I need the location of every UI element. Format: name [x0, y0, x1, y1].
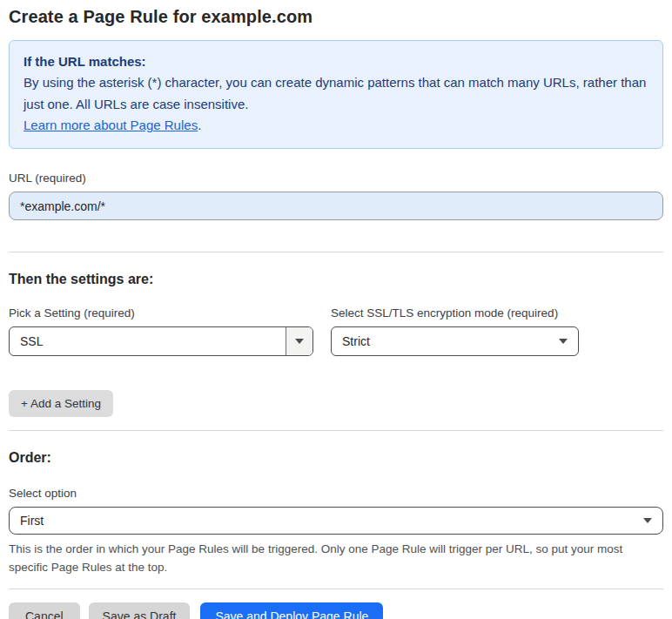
url-match-info-box: If the URL matches: By using the asteris…: [9, 40, 663, 149]
create-page-rule-form: Create a Page Rule for example.com If th…: [0, 0, 672, 619]
add-setting-button[interactable]: + Add a Setting: [9, 390, 113, 417]
pick-setting-selected-value: SSL: [10, 334, 286, 348]
save-and-deploy-button[interactable]: Save and Deploy Page Rule: [200, 602, 383, 619]
footer-actions: Cancel Save as Draft Save and Deploy Pag…: [9, 602, 663, 619]
order-helper-text: This is the order in which your Page Rul…: [9, 541, 663, 577]
pick-setting-select[interactable]: SSL: [9, 326, 313, 356]
url-input[interactable]: [9, 192, 663, 220]
learn-more-link[interactable]: Learn more about Page Rules: [24, 118, 198, 132]
divider: [9, 252, 663, 252]
order-select-label: Select option: [9, 487, 663, 500]
url-field-label: URL (required): [9, 172, 663, 185]
info-box-link-line: Learn more about Page Rules.: [24, 115, 648, 136]
divider: [9, 430, 663, 431]
save-as-draft-button[interactable]: Save as Draft: [89, 602, 191, 619]
ssl-mode-field: Select SSL/TLS encryption mode (required…: [331, 306, 579, 356]
pick-setting-field: Pick a Setting (required) SSL: [9, 306, 313, 356]
pick-setting-dropdown-button[interactable]: [286, 327, 312, 355]
chevron-down-icon: [559, 339, 568, 344]
link-suffix: .: [198, 118, 201, 132]
settings-section-heading: Then the settings are:: [9, 272, 663, 287]
order-selected-value: First: [10, 514, 643, 528]
info-box-body: By using the asterisk (*) character, you…: [24, 72, 648, 115]
info-box-heading: If the URL matches:: [24, 51, 648, 72]
divider: [9, 589, 663, 589]
pick-setting-label: Pick a Setting (required): [9, 306, 313, 320]
chevron-down-icon: [295, 339, 304, 344]
ssl-mode-select[interactable]: Strict: [331, 326, 579, 356]
ssl-mode-label: Select SSL/TLS encryption mode (required…: [331, 306, 579, 320]
order-select[interactable]: First: [9, 507, 663, 535]
cancel-button[interactable]: Cancel: [9, 602, 80, 619]
ssl-mode-selected-value: Strict: [332, 334, 559, 348]
order-section-heading: Order:: [9, 450, 663, 466]
chevron-down-icon: [643, 518, 652, 523]
settings-row: Pick a Setting (required) SSL Select SSL…: [9, 306, 663, 356]
page-title: Create a Page Rule for example.com: [9, 7, 663, 27]
